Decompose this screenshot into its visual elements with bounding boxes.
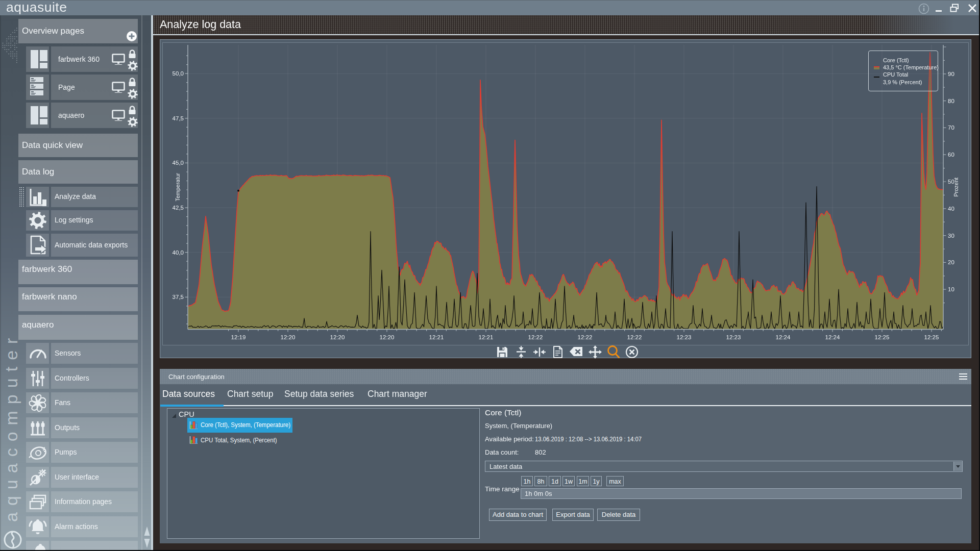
svg-text:12:23: 12:23 xyxy=(677,334,692,340)
svg-text:12:21: 12:21 xyxy=(429,334,444,340)
svg-text:Prozent: Prozent xyxy=(953,178,959,197)
svg-text:50,0: 50,0 xyxy=(173,70,184,77)
svg-text:12:22: 12:22 xyxy=(578,334,593,340)
svg-text:80: 80 xyxy=(948,98,954,104)
svg-text:40,0: 40,0 xyxy=(173,249,184,256)
svg-text:12:20: 12:20 xyxy=(281,334,296,340)
svg-text:47,5: 47,5 xyxy=(173,115,184,121)
svg-text:12:19: 12:19 xyxy=(231,334,246,340)
svg-text:12:21: 12:21 xyxy=(479,334,494,340)
svg-text:30: 30 xyxy=(948,233,954,239)
svg-text:42,5: 42,5 xyxy=(173,205,184,211)
svg-text:12:24: 12:24 xyxy=(776,334,791,340)
svg-text:12:22: 12:22 xyxy=(627,334,642,340)
svg-text:20: 20 xyxy=(948,259,954,265)
svg-text:12:23: 12:23 xyxy=(726,334,741,340)
svg-text:12:25: 12:25 xyxy=(924,334,939,340)
svg-text:12:20: 12:20 xyxy=(330,334,345,340)
svg-text:40: 40 xyxy=(948,206,954,212)
svg-text:60: 60 xyxy=(948,152,954,158)
svg-text:Temperatur: Temperatur xyxy=(175,173,181,202)
svg-text:37,5: 37,5 xyxy=(173,294,184,300)
svg-text:90: 90 xyxy=(948,71,954,77)
svg-text:10: 10 xyxy=(948,286,954,292)
svg-text:45,0: 45,0 xyxy=(173,160,184,166)
svg-text:12:25: 12:25 xyxy=(875,334,890,340)
svg-text:12:20: 12:20 xyxy=(380,334,395,340)
svg-text:70: 70 xyxy=(948,124,954,131)
svg-text:12:24: 12:24 xyxy=(825,334,840,340)
svg-text:12:22: 12:22 xyxy=(528,334,543,340)
